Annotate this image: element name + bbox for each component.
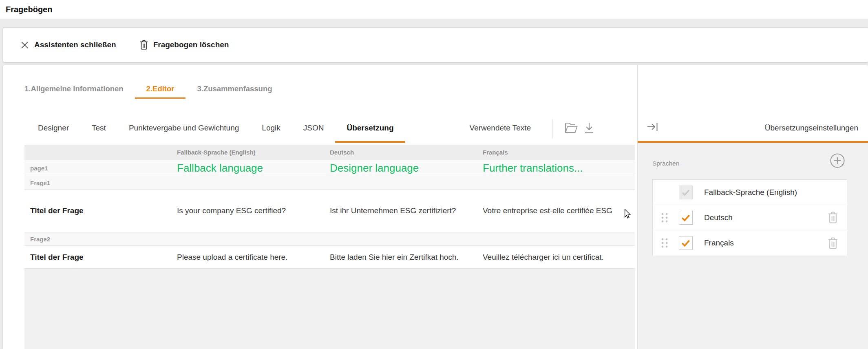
page-title: Fragebögen — [6, 0, 52, 19]
drag-handle-icon[interactable] — [661, 238, 668, 248]
language-row-francais: Français — [653, 230, 847, 256]
x-icon — [20, 41, 29, 49]
used-texts-filter[interactable]: Verwendete Texte — [458, 115, 543, 143]
table-row-frage1: Frage1 — [24, 176, 635, 190]
tab-designer[interactable]: Designer — [27, 115, 80, 143]
delete-questionnaire-label: Fragebogen löschen — [153, 40, 229, 49]
header-deutsch: Deutsch — [324, 149, 477, 156]
export-translations-button[interactable] — [580, 115, 598, 143]
language-row-deutsch: Deutsch — [653, 205, 847, 230]
close-wizard-button[interactable]: Assistenten schließen — [20, 40, 116, 49]
collapse-panel-button[interactable] — [646, 121, 660, 135]
annotation-fallback-language: Fallback language — [171, 162, 324, 174]
translation-table: Fallback-Sprache (English) Deutsch Franç… — [24, 145, 635, 349]
language-name: Français — [704, 239, 828, 247]
editor-tab-bar: Designer Test Punktevergabe und Gewichtu… — [27, 115, 598, 143]
table-row-page1: page1 Fallback language Designer languag… — [24, 160, 635, 176]
settings-panel-header: Übersetzungseinstellungen — [638, 65, 868, 141]
import-translations-button[interactable] — [562, 115, 580, 143]
language-checkbox-fallback — [679, 186, 693, 199]
delete-language-icon[interactable] — [828, 237, 839, 249]
translation-cell-fr[interactable]: Veuillez télécharger ici un certificat. — [477, 253, 635, 262]
annotation-designer-language: Designer language — [324, 162, 477, 174]
languages-label: Sprachen — [652, 160, 679, 167]
annotation-further-translations: Further translations... — [477, 162, 635, 174]
wizard-steps: 1.Allgemeine Informationen 2.Editor 3.Zu… — [24, 79, 284, 99]
header-fallback: Fallback-Sprache (English) — [171, 149, 324, 156]
table-row-frage2: Frage2 — [24, 232, 635, 246]
group-name: Frage1 — [24, 179, 171, 186]
translation-cell-fr[interactable]: Votre entreprise est-elle certifiée ESG — [477, 206, 635, 215]
title-bar: Fragebögen — [0, 0, 868, 19]
plus-circle-icon — [830, 153, 845, 170]
tab-logik[interactable]: Logik — [250, 115, 292, 143]
download-icon — [583, 122, 595, 136]
folder-open-icon — [565, 122, 578, 135]
editor-card: 1.Allgemeine Informationen 2.Editor 3.Zu… — [3, 65, 868, 349]
tab-uebersetzung[interactable]: Übersetzung — [335, 115, 405, 143]
trash-icon — [140, 40, 148, 50]
step-allgemeine-informationen[interactable]: 1.Allgemeine Informationen — [24, 79, 135, 99]
language-checkbox-deutsch[interactable] — [679, 211, 693, 225]
row-label: Titel der Frage — [24, 206, 171, 215]
language-name: Fallback-Sprache (English) — [704, 188, 839, 197]
step-zusammenfassung[interactable]: 3.Zusammenfassung — [186, 79, 283, 99]
close-wizard-label: Assistenten schließen — [34, 40, 116, 49]
translation-cell-de[interactable]: Bitte laden Sie hier ein Zertifkat hoch. — [324, 253, 477, 262]
toolbar-separator — [552, 119, 552, 139]
translation-cell-en[interactable]: Please upload a certificate here. — [171, 253, 324, 262]
translation-cell-en[interactable]: Is your company ESG certified? — [171, 206, 324, 215]
collapse-right-icon — [647, 121, 659, 134]
header-francais: Français — [477, 149, 635, 156]
table-row-question1-title: Titel der Frage Is your company ESG cert… — [24, 190, 635, 232]
tab-test[interactable]: Test — [80, 115, 117, 143]
language-row-fallback: Fallback-Sprache (English) — [653, 180, 847, 205]
translation-cell-de[interactable]: Ist ihr Unternehmen ESG zertifiziert? — [324, 206, 477, 215]
language-name: Deutsch — [704, 213, 828, 222]
tab-punktevergabe[interactable]: Punktevergabe und Gewichtung — [117, 115, 250, 143]
language-checkbox-francais[interactable] — [679, 236, 693, 250]
page-name: page1 — [24, 165, 171, 172]
add-language-button[interactable] — [830, 154, 845, 169]
delete-questionnaire-button[interactable]: Fragebogen löschen — [140, 40, 229, 50]
settings-panel-title: Übersetzungseinstellungen — [765, 124, 858, 133]
step-editor[interactable]: 2.Editor — [135, 79, 186, 99]
language-list: Fallback-Sprache (English) Deutsch — [652, 179, 847, 256]
table-empty-area — [24, 269, 635, 349]
delete-language-icon[interactable] — [828, 212, 839, 223]
group-name: Frage2 — [24, 236, 171, 243]
wizard-toolbar: Assistenten schließen Fragebogen löschen — [3, 28, 868, 62]
tab-json[interactable]: JSON — [292, 115, 336, 143]
drag-handle-icon[interactable] — [661, 212, 668, 223]
table-row-question2-title: Titel der Frage Please upload a certific… — [24, 246, 635, 269]
table-header-row: Fallback-Sprache (English) Deutsch Franç… — [24, 145, 635, 160]
settings-panel-body: Sprachen Fallback-Sprache (English) — [638, 143, 868, 349]
row-label: Titel der Frage — [24, 253, 171, 262]
